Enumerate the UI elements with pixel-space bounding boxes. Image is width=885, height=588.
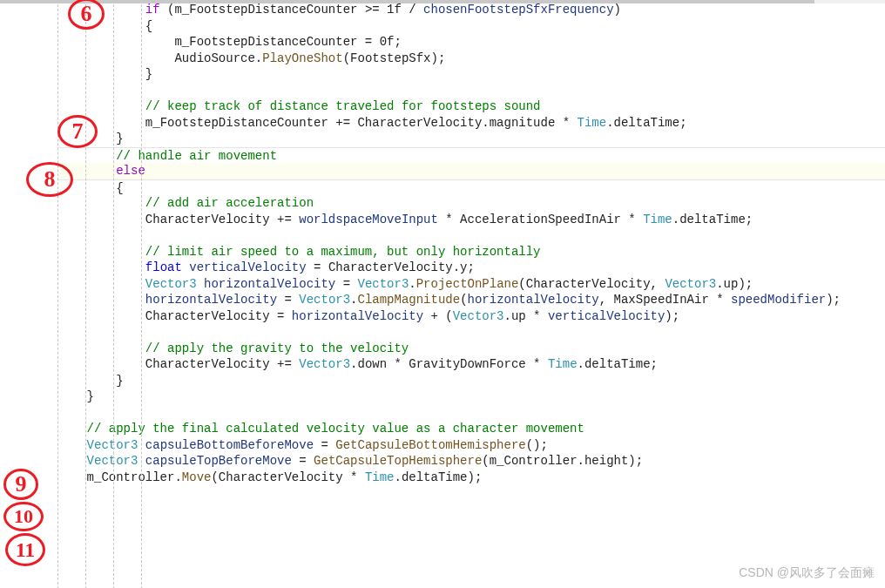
code-line[interactable]: {	[57, 18, 885, 35]
code-line[interactable]: }	[57, 66, 885, 83]
code-line[interactable]: CharacterVelocity = horizontalVelocity +…	[57, 308, 885, 325]
code-line[interactable]: // limit air speed to a maximum, but onl…	[57, 244, 885, 260]
code-line[interactable]: }	[57, 373, 885, 389]
code-line[interactable]: // keep track of distance traveled for f…	[57, 98, 885, 115]
code-line[interactable]	[57, 227, 885, 244]
code-line[interactable]: // handle air movement	[57, 147, 885, 164]
code-line[interactable]: }	[57, 131, 885, 147]
code-line-highlighted[interactable]: else	[57, 163, 885, 179]
code-line[interactable]	[57, 405, 885, 422]
code-line[interactable]: Vector3 capsuleBottomBeforeMove = GetCap…	[57, 437, 885, 454]
code-line[interactable]: AudioSource.PlayOneShot(FootstepSfx);	[57, 51, 885, 67]
code-line[interactable]: // add air acceleration	[57, 195, 885, 212]
code-line[interactable]: Vector3 capsuleTopBeforeMove = GetCapsul…	[57, 453, 885, 470]
code-line[interactable]: float verticalVelocity = CharacterVeloci…	[57, 260, 885, 276]
code-line[interactable]: CharacterVelocity += worldspaceMoveInput…	[57, 212, 885, 228]
code-editor[interactable]: if (m_FootstepDistanceCounter >= 1f / ch…	[0, 0, 885, 485]
code-line[interactable]: // apply the final calculated velocity v…	[57, 421, 885, 437]
code-line[interactable]: m_FootstepDistanceCounter += CharacterVe…	[57, 115, 885, 132]
watermark: CSDN @风吹多了会面瘫	[739, 565, 875, 581]
code-line[interactable]: horizontalVelocity = Vector3.ClampMagnit…	[57, 292, 885, 308]
code-line[interactable]	[57, 324, 885, 341]
code-line[interactable]: CharacterVelocity += Vector3.down * Grav…	[57, 356, 885, 373]
code-line[interactable]: Vector3 horizontalVelocity = Vector3.Pro…	[57, 276, 885, 293]
code-line[interactable]: {	[57, 179, 885, 196]
code-line[interactable]: m_Controller.Move(CharacterVelocity * Ti…	[57, 470, 885, 486]
code-line[interactable]: // apply the gravity to the velocity	[57, 341, 885, 357]
code-line[interactable]: m_FootstepDistanceCounter = 0f;	[57, 34, 885, 51]
annotation-10: 10	[3, 502, 44, 531]
code-line[interactable]: if (m_FootstepDistanceCounter >= 1f / ch…	[57, 2, 885, 18]
code-line[interactable]	[57, 83, 885, 99]
annotation-11: 11	[5, 533, 45, 566]
code-line[interactable]: }	[57, 389, 885, 405]
